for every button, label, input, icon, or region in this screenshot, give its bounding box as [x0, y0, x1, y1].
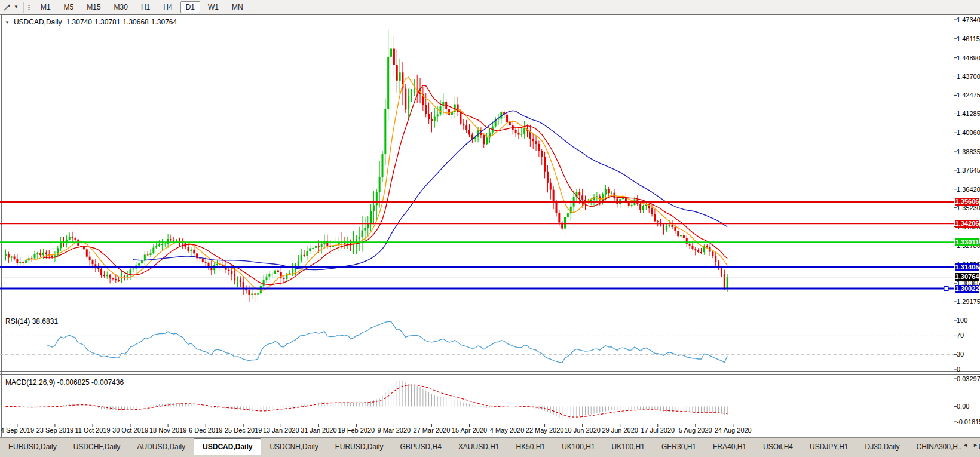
chart-tab-GER30-H1[interactable]: GER30,H1: [653, 440, 705, 454]
chart-tab-GBPUSD-H4[interactable]: GBPUSD,H4: [391, 440, 449, 454]
chart-tab-bar: EURUSD,DailyUSDCHF,DailyAUDUSD,DailyUSDC…: [0, 437, 980, 457]
tab-scroll-left-icon[interactable]: ◄: [963, 442, 968, 448]
timeframe-button-H1[interactable]: H1: [136, 1, 155, 13]
chart-tab-USDJPY-H1[interactable]: USDJPY,H1: [801, 440, 856, 454]
ma-line-45: [133, 111, 727, 269]
tab-scroll-right-icon[interactable]: ►: [973, 442, 978, 448]
line-selection-handle[interactable]: [944, 287, 948, 291]
chart-tab-DJ30-Daily[interactable]: DJ30,Daily: [857, 440, 908, 454]
chart-tab-UK100-H1[interactable]: UK100,H1: [553, 440, 603, 454]
toolbar-grip[interactable]: [28, 2, 30, 12]
timeframe-button-H4[interactable]: H4: [158, 1, 177, 13]
timeframe-button-MN[interactable]: MN: [226, 1, 249, 13]
chart-tab-USDCNH-Daily[interactable]: USDCNH,Daily: [261, 440, 326, 454]
macd-histogram: [6, 381, 728, 420]
chart-tab-USOil-H4[interactable]: USOil,H4: [755, 440, 801, 454]
chart-tab-HK50-H1[interactable]: HK50,H1: [508, 440, 554, 454]
chart-tab-XAUUSD-H1[interactable]: XAUUSD,H1: [450, 440, 508, 454]
rsi-line: [46, 321, 727, 363]
chart-tab-EURUSD-Daily[interactable]: EURUSD,Daily: [327, 440, 392, 454]
macd-signal-line: [6, 385, 728, 417]
chart-tab-FRA40-H1[interactable]: FRA40,H1: [705, 440, 755, 454]
tool-dropdown-caret-icon[interactable]: ▼: [14, 4, 19, 10]
timeframe-button-M1[interactable]: M1: [35, 1, 56, 13]
chart-tab-USDCAD-Daily[interactable]: USDCAD,Daily: [194, 438, 261, 455]
timeframe-toolbar: ▼ M1M5M15M30H1H4D1W1MN: [0, 0, 980, 14]
ma-line-8: [26, 77, 727, 290]
chart-tab-USDCHF-Daily[interactable]: USDCHF,Daily: [65, 440, 129, 454]
timeframe-button-D1[interactable]: D1: [180, 1, 200, 13]
crosshair-cursor-icon[interactable]: [2, 2, 13, 12]
chart-tab-AUDUSD-Daily[interactable]: AUDUSD,Daily: [128, 440, 194, 454]
timeframe-button-W1[interactable]: W1: [203, 1, 224, 13]
chart-tab-EURUSD-Daily[interactable]: EURUSD,Daily: [0, 440, 65, 454]
chart-tab-UK100-H1[interactable]: UK100,H1: [604, 440, 653, 454]
timeframe-button-M5[interactable]: M5: [59, 1, 79, 13]
toolbar-separator: [23, 2, 24, 13]
timeframe-button-M15[interactable]: M15: [81, 1, 106, 13]
chart-canvas[interactable]: [0, 0, 980, 457]
timeframe-button-M30[interactable]: M30: [109, 1, 133, 13]
